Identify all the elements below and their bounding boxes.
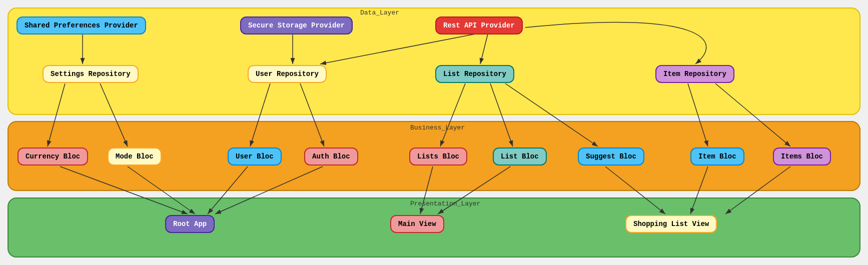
mode-bloc: Mode Bloc: [108, 148, 162, 166]
shared-preferences-provider: Shared Preferences Provider: [17, 16, 146, 34]
presentation-layer-label: Presentation_Layer: [410, 200, 480, 208]
item-repository: Item Repository: [655, 65, 734, 83]
item-bloc: Item Bloc: [690, 148, 744, 166]
root-app: Root App: [165, 215, 215, 233]
business-layer-label: Business_Layer: [410, 124, 465, 132]
rest-api-provider: Rest API Provider: [435, 16, 523, 34]
auth-bloc: Auth Bloc: [304, 148, 358, 166]
data-layer-label: Data_Layer: [360, 9, 399, 16]
lists-bloc: Lists Bloc: [409, 148, 467, 166]
diagram-container: Data_Layer Business_Layer Presentation_L…: [0, 0, 868, 265]
suggest-bloc: Suggest Bloc: [578, 148, 644, 166]
settings-repository: Settings Repository: [43, 65, 139, 83]
list-bloc: List Bloc: [493, 148, 547, 166]
user-bloc: User Bloc: [228, 148, 282, 166]
main-view: Main View: [390, 215, 444, 233]
shopping-list-view: Shopping List View: [625, 215, 717, 233]
items-bloc: Items Bloc: [773, 148, 831, 166]
currency-bloc: Currency Bloc: [18, 148, 88, 166]
secure-storage-provider: Secure Storage Provider: [240, 16, 353, 34]
list-repository: List Repository: [435, 65, 514, 83]
user-repository: User Repository: [248, 65, 327, 83]
